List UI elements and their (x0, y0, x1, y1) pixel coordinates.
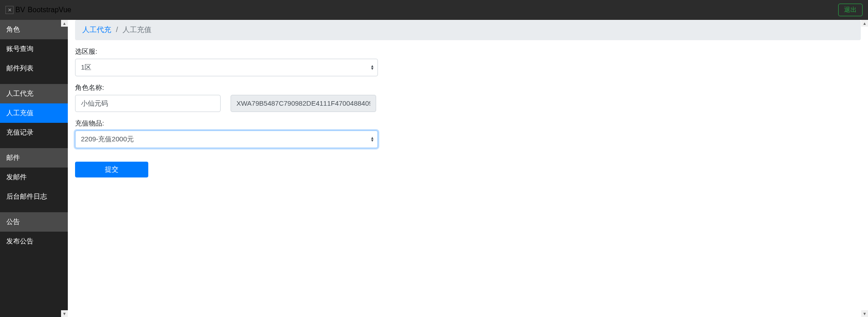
role-id-readonly (231, 95, 376, 112)
scroll-down-icon[interactable]: ▼ (61, 310, 68, 317)
role-name-input[interactable] (75, 95, 221, 112)
content-wrapper: 人工代充 / 人工充值 选区服: 1区 ▴▾ 角色名称: 充值物品: (68, 20, 868, 185)
sidebar-item-mail-list[interactable]: 邮件列表 (0, 59, 68, 78)
breadcrumb-current: 人工充值 (123, 26, 151, 33)
scroll-up-icon[interactable]: ▲ (861, 20, 868, 27)
main-content: ▲ 人工代充 / 人工充值 选区服: 1区 ▴▾ 角色名称: (68, 20, 868, 317)
submit-button[interactable]: 提交 (75, 162, 148, 177)
sidebar-item-announcement[interactable]: 公告 (0, 212, 68, 232)
server-label: 选区服: (75, 47, 861, 56)
sidebar-item-role[interactable]: 角色 (0, 20, 68, 39)
main-layout: ▲ 角色 账号查询 邮件列表 人工代充 人工充值 充值记录 邮件 发邮件 后台邮… (0, 20, 868, 317)
item-select-wrap: 2209-充值2000元 ▴▾ (75, 131, 378, 148)
server-select[interactable]: 1区 (75, 59, 378, 76)
sidebar-item-account-query[interactable]: 账号查询 (0, 39, 68, 59)
form-group-item: 充值物品: 2209-充值2000元 ▴▾ (75, 119, 861, 148)
sidebar-spacer (0, 78, 68, 84)
broken-image-icon: ✕ (5, 6, 14, 14)
sidebar: ▲ 角色 账号查询 邮件列表 人工代充 人工充值 充值记录 邮件 发邮件 后台邮… (0, 20, 68, 317)
sidebar-item-manual-topup[interactable]: 人工代充 (0, 84, 68, 103)
form-group-role: 角色名称: (75, 84, 861, 112)
brand-logo-broken: ✕ BV (5, 6, 25, 14)
sidebar-item-recharge-record[interactable]: 充值记录 (0, 123, 68, 142)
brand: ✕ BV BootstrapVue (5, 6, 71, 14)
role-label: 角色名称: (75, 84, 861, 92)
form-group-server: 选区服: 1区 ▴▾ (75, 47, 861, 76)
sidebar-item-send-mail[interactable]: 发邮件 (0, 168, 68, 187)
item-label: 充值物品: (75, 119, 861, 128)
breadcrumb-separator: / (113, 26, 120, 33)
app-header: ✕ BV BootstrapVue 退出 (0, 0, 868, 20)
item-select[interactable]: 2209-充值2000元 (75, 131, 378, 148)
sidebar-spacer (0, 142, 68, 148)
breadcrumb-parent[interactable]: 人工代充 (82, 26, 111, 33)
brand-alt-text: BV (15, 6, 25, 14)
sidebar-item-backend-mail-log[interactable]: 后台邮件日志 (0, 187, 68, 206)
scroll-down-icon[interactable]: ▼ (861, 310, 868, 317)
sidebar-item-publish-announcement[interactable]: 发布公告 (0, 232, 68, 251)
sidebar-item-manual-recharge[interactable]: 人工充值 (0, 103, 68, 123)
scroll-up-icon[interactable]: ▲ (61, 20, 68, 27)
sidebar-item-mail[interactable]: 邮件 (0, 148, 68, 168)
sidebar-spacer (0, 206, 68, 212)
brand-text: BootstrapVue (28, 6, 71, 14)
breadcrumb: 人工代充 / 人工充值 (75, 20, 861, 40)
role-row (75, 95, 861, 112)
logout-button[interactable]: 退出 (838, 4, 863, 16)
server-select-wrap: 1区 ▴▾ (75, 59, 378, 76)
